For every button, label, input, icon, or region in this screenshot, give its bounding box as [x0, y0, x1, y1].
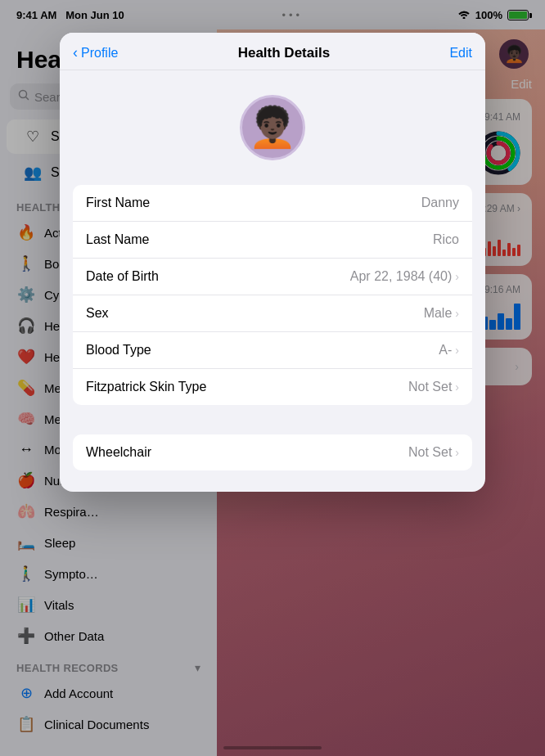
sex-chevron-icon: ›: [455, 307, 459, 320]
modal-back-button[interactable]: ‹ Profile: [73, 44, 118, 61]
avatar-emoji: 🧑🏿‍🦱: [248, 105, 297, 151]
sex-label: Sex: [86, 306, 109, 321]
modal-sheet: ‹ Profile Health Details Edit 🧑🏿‍🦱 First…: [60, 33, 485, 492]
form-row-blood-type[interactable]: Blood Type A- ›: [73, 332, 472, 369]
blood-type-label: Blood Type: [86, 343, 151, 358]
modal-bottom-padding: [60, 479, 485, 492]
sex-value: Male ›: [424, 306, 459, 321]
modal-edit-button[interactable]: Edit: [449, 46, 472, 61]
fitzpatrick-chevron-icon: ›: [455, 380, 459, 394]
form-row-first-name[interactable]: First Name Danny: [73, 185, 472, 222]
dob-value: Apr 22, 1984 (40) ›: [350, 269, 459, 284]
form-row-wheelchair[interactable]: Wheelchair Not Set ›: [73, 434, 472, 470]
avatar-section: 🧑🏿‍🦱: [60, 70, 485, 177]
back-chevron-icon: ‹: [73, 44, 78, 61]
wheelchair-chevron-icon: ›: [455, 446, 459, 459]
form-row-dob[interactable]: Date of Birth Apr 22, 1984 (40) ›: [73, 259, 472, 295]
modal-overlay[interactable]: ‹ Profile Health Details Edit 🧑🏿‍🦱 First…: [0, 0, 545, 756]
form-section-2: Wheelchair Not Set ›: [73, 434, 472, 470]
form-row-fitzpatrick[interactable]: Fitzpatrick Skin Type Not Set ›: [73, 369, 472, 405]
blood-type-chevron-icon: ›: [455, 344, 459, 357]
home-indicator: [223, 746, 322, 749]
wheelchair-value: Not Set ›: [408, 445, 459, 460]
form-section-gap: [60, 413, 485, 426]
wheelchair-label: Wheelchair: [86, 445, 151, 460]
last-name-value: Rico: [433, 232, 459, 247]
modal-back-label: Profile: [81, 46, 118, 61]
first-name-label: First Name: [86, 196, 150, 210]
dob-label: Date of Birth: [86, 269, 159, 284]
fitzpatrick-value: Not Set ›: [408, 380, 459, 394]
form-row-last-name[interactable]: Last Name Rico: [73, 222, 472, 259]
last-name-label: Last Name: [86, 232, 149, 247]
fitzpatrick-label: Fitzpatrick Skin Type: [86, 380, 206, 394]
profile-avatar[interactable]: 🧑🏿‍🦱: [240, 95, 305, 160]
form-section-1: First Name Danny Last Name Rico Date of …: [73, 185, 472, 405]
form-row-sex[interactable]: Sex Male ›: [73, 295, 472, 332]
modal-nav-bar: ‹ Profile Health Details Edit: [60, 33, 485, 70]
modal-title: Health Details: [238, 45, 330, 61]
first-name-value: Danny: [421, 196, 459, 210]
dob-chevron-icon: ›: [455, 270, 459, 283]
blood-type-value: A- ›: [439, 343, 459, 358]
